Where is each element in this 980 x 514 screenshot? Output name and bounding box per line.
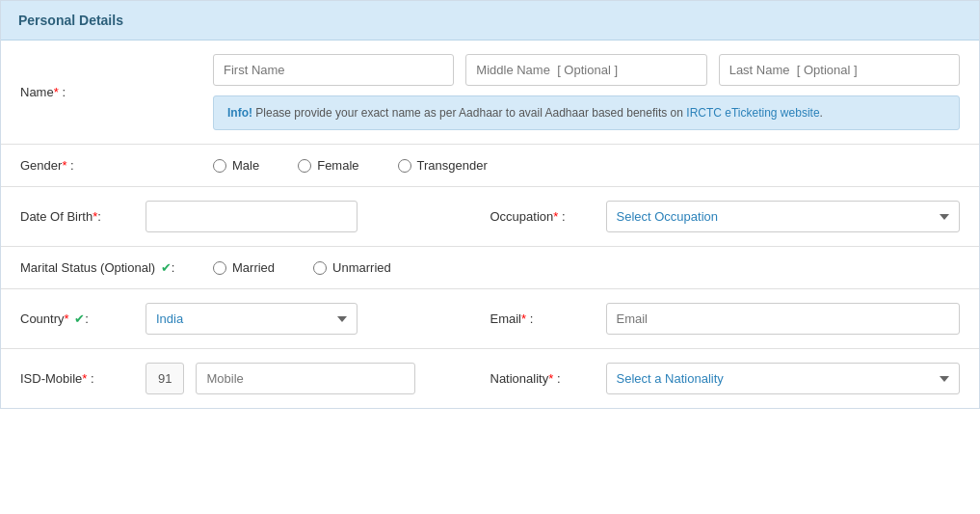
- irctc-link: IRCTC eTicketing website: [686, 106, 819, 120]
- marital-unmarried-radio[interactable]: [313, 261, 327, 275]
- occupation-section: Occupation* : Select Occupation: [490, 201, 961, 232]
- gender-male-radio[interactable]: [213, 159, 226, 173]
- gender-row: Gender* : Male Female Transgender: [1, 145, 979, 187]
- marital-status-check-icon: ✔: [161, 260, 172, 275]
- email-section: Email* :: [490, 303, 961, 335]
- personal-details-form: Personal Details Name* : Info! Please pr…: [0, 0, 980, 409]
- marital-status-radio-group: Married Unmarried: [213, 260, 960, 275]
- gender-male-option[interactable]: Male: [213, 158, 259, 173]
- middle-name-input[interactable]: [465, 54, 706, 86]
- section-title: Personal Details: [18, 13, 123, 28]
- dob-input[interactable]: [146, 201, 358, 232]
- name-label: Name* :: [20, 85, 213, 99]
- email-input-wrapper: [606, 303, 961, 335]
- gender-male-label: Male: [232, 158, 259, 173]
- occupation-select-wrapper: Select Occupation: [606, 201, 961, 232]
- gender-transgender-label: Transgender: [417, 158, 488, 173]
- gender-label: Gender* :: [20, 158, 213, 173]
- name-info-box: Info! Please provide your exact name as …: [213, 95, 960, 130]
- marital-married-radio[interactable]: [213, 261, 226, 275]
- dob-section: Date Of Birth*:: [20, 201, 490, 232]
- info-label: Info!: [227, 106, 252, 120]
- country-label: Country* ✔:: [20, 311, 146, 326]
- country-email-row: Country* ✔: India Email* :: [1, 289, 979, 349]
- marital-unmarried-option[interactable]: Unmarried: [313, 260, 391, 275]
- dob-label: Date Of Birth*:: [20, 209, 146, 224]
- gender-female-label: Female: [317, 158, 358, 173]
- dob-occupation-row: Date Of Birth*: Occupation* : Select Occ…: [1, 187, 979, 247]
- info-text: Please provide your exact name as per Aa…: [252, 106, 823, 120]
- marital-status-row: Marital Status (Optional) ✔: Married Unm…: [1, 247, 979, 289]
- email-label: Email* :: [490, 311, 606, 326]
- occupation-label: Occupation* :: [490, 209, 606, 224]
- isd-code-display: 91: [146, 363, 184, 394]
- split-row: Date Of Birth*: Occupation* : Select Occ…: [20, 201, 960, 232]
- name-inputs: [213, 54, 960, 86]
- section-header: Personal Details: [1, 1, 979, 41]
- last-name-input[interactable]: [719, 54, 960, 86]
- isd-nationality-split: ISD-Mobile* : 91 Nationality* : Select a…: [20, 363, 960, 394]
- isd-label: ISD-Mobile* :: [20, 371, 146, 386]
- marital-married-label: Married: [232, 260, 275, 275]
- gender-radio-group: Male Female Transgender: [213, 158, 960, 173]
- isd-input-wrapper: 91: [146, 363, 415, 394]
- gender-female-radio[interactable]: [298, 159, 311, 173]
- nationality-section: Nationality* : Select a Nationality: [490, 363, 961, 394]
- nationality-select-wrapper: Select a Nationality: [606, 363, 961, 394]
- marital-status-label: Marital Status (Optional) ✔:: [20, 260, 213, 275]
- isd-nationality-row: ISD-Mobile* : 91 Nationality* : Select a…: [1, 349, 979, 408]
- isd-section: ISD-Mobile* : 91: [20, 363, 490, 394]
- gender-female-option[interactable]: Female: [298, 158, 358, 173]
- gender-transgender-option[interactable]: Transgender: [398, 158, 488, 173]
- dob-input-wrapper: [146, 201, 358, 232]
- marital-unmarried-label: Unmarried: [332, 260, 391, 275]
- email-input[interactable]: [606, 303, 961, 335]
- nationality-label: Nationality* :: [490, 371, 606, 386]
- marital-married-option[interactable]: Married: [213, 260, 275, 275]
- country-check-icon: ✔: [74, 311, 85, 326]
- country-select-wrapper: India: [146, 303, 358, 335]
- country-select[interactable]: India: [146, 303, 358, 335]
- nationality-select[interactable]: Select a Nationality: [606, 363, 961, 394]
- form-body: Name* : Info! Please provide your exact …: [1, 41, 979, 408]
- name-row: Name* : Info! Please provide your exact …: [1, 41, 979, 145]
- occupation-select[interactable]: Select Occupation: [606, 201, 961, 232]
- name-field-section: Info! Please provide your exact name as …: [213, 54, 960, 130]
- country-section: Country* ✔: India: [20, 303, 490, 335]
- mobile-input[interactable]: [196, 363, 415, 394]
- country-email-split: Country* ✔: India Email* :: [20, 303, 960, 335]
- first-name-input[interactable]: [213, 54, 454, 86]
- gender-transgender-radio[interactable]: [398, 159, 411, 173]
